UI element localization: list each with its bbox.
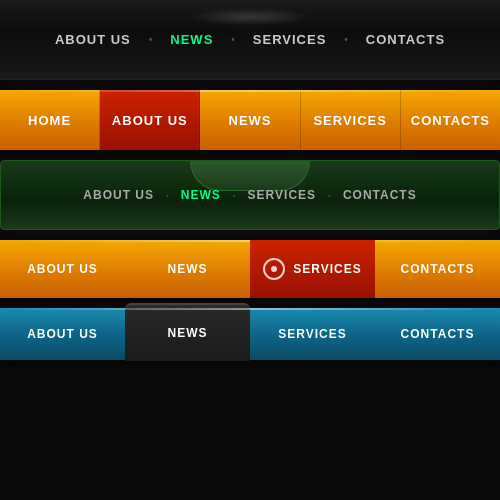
nav5-about[interactable]: ABOUT US	[0, 327, 125, 341]
nav3-services[interactable]: SERVICES	[248, 188, 316, 202]
nav4-services[interactable]: SERVICES	[250, 240, 375, 298]
navbar-1: ABOUT US • NEWS • SERVICES • CONTACTS	[0, 0, 500, 80]
nav3-arch	[190, 161, 310, 191]
nav2-home[interactable]: HOME	[0, 90, 100, 150]
nav4-contacts[interactable]: CONTACTS	[375, 262, 500, 276]
nav1-dot-1: •	[149, 34, 153, 45]
nav3-items: ABOUT US • NEWS • SERVICES • CONTACTS	[83, 188, 416, 202]
nav4-news[interactable]: NEWS	[125, 262, 250, 276]
nav3-news[interactable]: NEWS	[181, 188, 221, 202]
nav1-contacts[interactable]: CONTACTS	[358, 32, 453, 47]
nav3-dot-2: •	[233, 191, 236, 200]
nav1-services[interactable]: SERVICES	[245, 32, 335, 47]
nav5-news[interactable]: NEWS	[125, 303, 250, 360]
nav5-items: ABOUT US NEWS SERVICES CONTACTS	[0, 308, 500, 360]
nav3-dot-3: •	[328, 191, 331, 200]
nav4-services-label: SERVICES	[293, 262, 361, 276]
nav4-items: ABOUT US NEWS SERVICES CONTACTS	[0, 240, 500, 298]
nav2-items: HOME ABOUT US NEWS SERVICES CONTACTS	[0, 90, 500, 150]
nav2-news[interactable]: NEWS	[200, 90, 300, 150]
navbar-4: ABOUT US NEWS SERVICES CONTACTS	[0, 240, 500, 298]
nav3-dot-1: •	[166, 191, 169, 200]
nav1-about[interactable]: ABOUT US	[47, 32, 139, 47]
navbar-2: HOME ABOUT US NEWS SERVICES CONTACTS	[0, 90, 500, 150]
nav5-contacts[interactable]: CONTACTS	[375, 327, 500, 341]
nav1-news[interactable]: NEWS	[162, 32, 221, 47]
nav1-items: ABOUT US • NEWS • SERVICES • CONTACTS	[47, 32, 453, 47]
nav1-dot-3: •	[344, 34, 348, 45]
nav2-services[interactable]: SERVICES	[301, 90, 401, 150]
nav1-dot-2: •	[231, 34, 235, 45]
nav3-about[interactable]: ABOUT US	[83, 188, 154, 202]
nav2-contacts[interactable]: CONTACTS	[401, 90, 500, 150]
nav4-circle-icon	[263, 258, 285, 280]
navbar-5: ABOUT US NEWS SERVICES CONTACTS	[0, 308, 500, 360]
nav2-about[interactable]: ABOUT US	[100, 90, 200, 150]
nav4-about[interactable]: ABOUT US	[0, 262, 125, 276]
navbar-3: ABOUT US • NEWS • SERVICES • CONTACTS	[0, 160, 500, 230]
nav5-services[interactable]: SERVICES	[250, 327, 375, 341]
nav3-contacts[interactable]: CONTACTS	[343, 188, 417, 202]
